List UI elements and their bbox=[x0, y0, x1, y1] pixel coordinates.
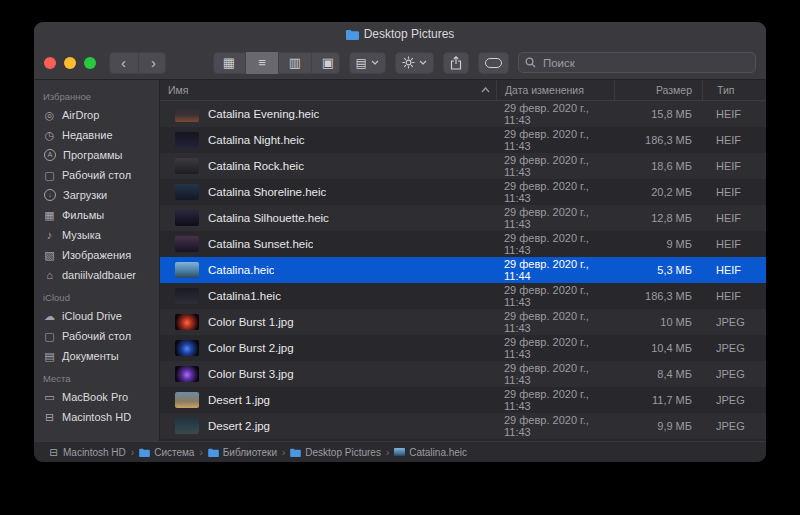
sidebar-item-macintosh-hd[interactable]: ⊟ Macintosh HD bbox=[34, 407, 159, 427]
path-separator: › bbox=[386, 447, 389, 458]
column-header-date[interactable]: Дата изменения bbox=[496, 80, 614, 100]
sidebar-item-macbook-pro[interactable]: ▭ MacBook Pro bbox=[34, 387, 159, 407]
file-size: 15,8 МБ bbox=[614, 108, 702, 120]
file-kind: HEIF bbox=[702, 108, 766, 120]
folder-icon bbox=[208, 448, 219, 457]
search-input[interactable] bbox=[541, 56, 749, 70]
file-date: 29 февр. 2020 г., 11:43 bbox=[496, 388, 614, 412]
toolbar: ‹ › ▦ ≡ ▥ ▣ ▤ bbox=[34, 46, 766, 80]
window-title: Desktop Pictures bbox=[364, 27, 455, 41]
path-item-macintosh-hd[interactable]: ⊟ Macintosh HD bbox=[48, 446, 126, 459]
desktop-icon: ▢ bbox=[43, 330, 56, 343]
column-header-name[interactable]: Имя bbox=[160, 80, 496, 100]
icloud-icon: ☁ bbox=[43, 310, 56, 323]
file-name: Color Burst 1.jpg bbox=[208, 316, 294, 328]
file-name: Catalina1.heic bbox=[208, 290, 281, 302]
sidebar-item-pictures[interactable]: ▧ Изображения bbox=[34, 245, 159, 265]
path-separator: › bbox=[131, 447, 134, 458]
sidebar-item-downloads[interactable]: ↓ Загрузки bbox=[34, 185, 159, 205]
search-field[interactable] bbox=[518, 52, 756, 73]
applications-icon: A bbox=[44, 149, 56, 161]
rows-container: Catalina Evening.heic 29 февр. 2020 г., … bbox=[160, 101, 766, 441]
folder-icon bbox=[290, 448, 301, 457]
back-button[interactable]: ‹ bbox=[109, 52, 139, 74]
table-row[interactable]: Color Burst 3.jpg 29 февр. 2020 г., 11:4… bbox=[160, 361, 766, 387]
sidebar-item-applications[interactable]: A Программы bbox=[34, 145, 159, 165]
sidebar-item-airdrop[interactable]: ◎ AirDrop bbox=[34, 105, 159, 125]
list-view-button[interactable]: ≡ bbox=[246, 52, 279, 74]
table-row-selected[interactable]: Catalina.heic 29 февр. 2020 г., 11:44 5,… bbox=[160, 257, 766, 283]
file-name: Catalina Silhouette.heic bbox=[208, 212, 329, 224]
table-row[interactable]: Color Burst 2.jpg 29 февр. 2020 г., 11:4… bbox=[160, 335, 766, 361]
file-date: 29 февр. 2020 г., 11:43 bbox=[496, 284, 614, 308]
table-row[interactable]: Catalina Night.heic 29 февр. 2020 г., 11… bbox=[160, 127, 766, 153]
sidebar-item-recents[interactable]: ◷ Недавние bbox=[34, 125, 159, 145]
actions-button[interactable] bbox=[395, 52, 434, 74]
file-date: 29 февр. 2020 г., 11:43 bbox=[496, 154, 614, 178]
folder-proxy-icon bbox=[346, 29, 359, 40]
forward-button[interactable]: › bbox=[139, 52, 166, 74]
path-item-catalina-heic[interactable]: Catalina.heic bbox=[394, 447, 467, 458]
table-row[interactable]: Catalina Rock.heic 29 февр. 2020 г., 11:… bbox=[160, 153, 766, 179]
tags-button[interactable] bbox=[478, 52, 509, 74]
table-row[interactable]: Catalina Sunset.heic 29 февр. 2020 г., 1… bbox=[160, 231, 766, 257]
sidebar-item-documents[interactable]: ▤ Документы bbox=[34, 346, 159, 366]
file-name: Desert 2.jpg bbox=[208, 420, 270, 432]
close-button[interactable] bbox=[44, 57, 56, 69]
table-row[interactable]: Catalina1.heic 29 февр. 2020 г., 11:43 1… bbox=[160, 283, 766, 309]
file-kind: HEIF bbox=[702, 212, 766, 224]
column-header-kind[interactable]: Тип bbox=[702, 80, 766, 100]
sidebar: Избранное ◎ AirDrop ◷ Недавние A Програм… bbox=[34, 80, 160, 441]
sidebar-item-music[interactable]: ♪ Музыка bbox=[34, 225, 159, 245]
file-date: 29 февр. 2020 г., 11:43 bbox=[496, 414, 614, 438]
column-header-size[interactable]: Размер bbox=[614, 80, 702, 100]
file-thumbnail bbox=[175, 184, 199, 200]
file-size: 5,3 МБ bbox=[614, 264, 702, 276]
path-item-libraries[interactable]: Библиотеки bbox=[208, 447, 277, 458]
nav-buttons: ‹ › bbox=[109, 52, 166, 74]
sidebar-item-icloud-desktop[interactable]: ▢ Рабочий стол bbox=[34, 326, 159, 346]
sidebar-section-icloud: iCloud bbox=[34, 285, 159, 306]
share-button[interactable] bbox=[443, 52, 469, 74]
table-row[interactable]: Desert 1.jpg 29 февр. 2020 г., 11:43 11,… bbox=[160, 387, 766, 413]
file-kind: JPEG bbox=[702, 368, 766, 380]
file-size: 12,8 МБ bbox=[614, 212, 702, 224]
sidebar-item-home[interactable]: ⌂ daniilvaldbauer bbox=[34, 265, 159, 285]
table-row[interactable]: Catalina Silhouette.heic 29 февр. 2020 г… bbox=[160, 205, 766, 231]
path-item-system[interactable]: Система bbox=[139, 447, 194, 458]
harddrive-icon: ⊟ bbox=[48, 446, 59, 459]
sidebar-section-favorites: Избранное bbox=[34, 84, 159, 105]
file-date: 29 февр. 2020 г., 11:43 bbox=[496, 232, 614, 256]
file-name: Catalina.heic bbox=[208, 264, 274, 276]
title-bar[interactable]: Desktop Pictures bbox=[34, 22, 766, 46]
folder-icon bbox=[139, 448, 150, 457]
gallery-view-button[interactable]: ▣ bbox=[312, 52, 340, 74]
group-by-button[interactable]: ▤ bbox=[349, 52, 386, 74]
file-thumbnail bbox=[175, 158, 199, 174]
file-thumbnail bbox=[175, 288, 199, 304]
file-thumbnail bbox=[175, 314, 199, 330]
sidebar-item-icloud-drive[interactable]: ☁ iCloud Drive bbox=[34, 306, 159, 326]
share-icon bbox=[450, 56, 462, 70]
icon-view-button[interactable]: ▦ bbox=[213, 52, 246, 74]
file-size: 10,4 МБ bbox=[614, 342, 702, 354]
table-row[interactable]: Catalina Evening.heic 29 февр. 2020 г., … bbox=[160, 101, 766, 127]
file-thumbnail bbox=[175, 236, 199, 252]
list-header: Имя Дата изменения Размер Тип bbox=[160, 80, 766, 101]
sidebar-item-desktop[interactable]: ▢ Рабочий стол bbox=[34, 165, 159, 185]
path-item-desktop-pictures[interactable]: Desktop Pictures bbox=[290, 447, 381, 458]
column-view-button[interactable]: ▥ bbox=[279, 52, 312, 74]
file-name: Desert 1.jpg bbox=[208, 394, 270, 406]
zoom-button[interactable] bbox=[84, 57, 96, 69]
table-row[interactable]: Desert 2.jpg 29 февр. 2020 г., 11:43 9,9… bbox=[160, 413, 766, 439]
table-row[interactable]: Color Burst 1.jpg 29 февр. 2020 г., 11:4… bbox=[160, 309, 766, 335]
table-row[interactable]: Catalina Shoreline.heic 29 февр. 2020 г.… bbox=[160, 179, 766, 205]
file-size: 11,7 МБ bbox=[614, 394, 702, 406]
chevron-down-icon bbox=[419, 60, 427, 65]
harddrive-icon: ⊟ bbox=[43, 411, 56, 424]
file-date: 29 февр. 2020 г., 11:43 bbox=[496, 128, 614, 152]
sidebar-item-movies[interactable]: ▦ Фильмы bbox=[34, 205, 159, 225]
file-thumbnail bbox=[175, 366, 199, 382]
file-kind: JPEG bbox=[702, 394, 766, 406]
minimize-button[interactable] bbox=[64, 57, 76, 69]
